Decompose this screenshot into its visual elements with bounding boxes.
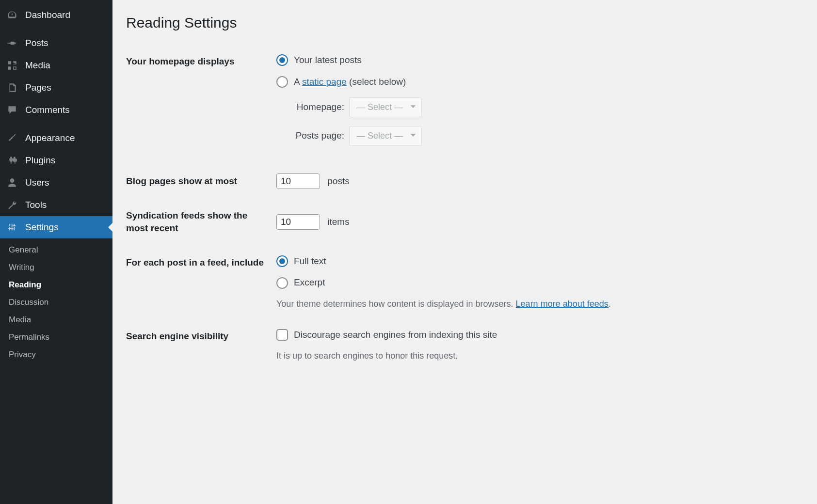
sidebar-item-settings[interactable]: Settings	[0, 216, 112, 238]
radio-latest-posts-label: Your latest posts	[294, 53, 362, 67]
sidebar-item-posts[interactable]: Posts	[0, 32, 112, 54]
checkbox-discourage[interactable]	[276, 329, 288, 341]
pin-icon	[7, 38, 20, 48]
main-content: Reading Settings Your homepage displays …	[112, 0, 817, 504]
sidebar-item-comments[interactable]: Comments	[0, 99, 112, 121]
current-menu-arrow-icon	[108, 222, 113, 232]
sidebar-item-tools[interactable]: Tools	[0, 194, 112, 216]
sidebar-item-label: Posts	[25, 38, 48, 48]
page-title: Reading Settings	[126, 15, 803, 31]
settings-form: Your homepage displays Your latest posts…	[126, 45, 803, 371]
feed-description: Your theme determines how content is dis…	[276, 298, 799, 311]
posts-page-select[interactable]: — Select —	[349, 126, 422, 146]
submenu-item-media[interactable]: Media	[0, 311, 112, 329]
sidebar-item-label: Settings	[25, 222, 59, 233]
feed-include-label: For each post in a feed, include	[126, 246, 272, 319]
sidebar-item-label: Tools	[25, 200, 47, 210]
checkbox-discourage-label: Discourage search engines from indexing …	[294, 328, 497, 342]
chevron-down-icon	[410, 101, 417, 114]
submenu-item-reading[interactable]: Reading	[0, 276, 112, 294]
learn-more-feeds-link[interactable]: Learn more about feeds	[516, 299, 609, 309]
sidebar-item-label: Dashboard	[25, 10, 70, 20]
syndication-input[interactable]	[276, 214, 320, 230]
sidebar-item-appearance[interactable]: Appearance	[0, 127, 112, 149]
sidebar-item-label: Pages	[25, 82, 51, 93]
admin-sidebar: Dashboard Posts Media Pages Comments App…	[0, 0, 112, 504]
radio-excerpt[interactable]	[276, 277, 288, 289]
wrench-icon	[7, 200, 20, 210]
sidebar-item-label: Media	[25, 60, 50, 71]
radio-static-page-label: A static page (select below)	[294, 75, 406, 89]
posts-suffix: posts	[327, 176, 349, 186]
submenu-item-general[interactable]: General	[0, 241, 112, 259]
submenu-item-discussion[interactable]: Discussion	[0, 294, 112, 311]
submenu-item-permalinks[interactable]: Permalinks	[0, 329, 112, 346]
radio-full-text-label: Full text	[294, 254, 326, 268]
sidebar-item-label: Comments	[25, 105, 70, 115]
radio-excerpt-label: Excerpt	[294, 276, 325, 290]
settings-submenu: General Writing Reading Discussion Media…	[0, 238, 112, 368]
radio-static-page[interactable]	[276, 76, 288, 88]
search-visibility-description: It is up to search engines to honor this…	[276, 349, 799, 362]
chevron-down-icon	[410, 129, 417, 142]
sidebar-item-dashboard[interactable]: Dashboard	[0, 4, 112, 26]
select-placeholder: — Select —	[356, 129, 403, 142]
select-placeholder: — Select —	[356, 101, 403, 114]
radio-latest-posts[interactable]	[276, 54, 288, 66]
sidebar-item-label: Users	[25, 177, 49, 188]
sidebar-item-plugins[interactable]: Plugins	[0, 149, 112, 172]
sliders-icon	[7, 222, 20, 233]
homepage-displays-label: Your homepage displays	[126, 45, 272, 164]
radio-full-text[interactable]	[276, 255, 288, 267]
homepage-select[interactable]: — Select —	[349, 97, 422, 117]
static-page-link[interactable]: static page	[302, 77, 347, 87]
media-icon	[7, 60, 20, 71]
search-visibility-label: Search engine visibility	[126, 319, 272, 372]
sidebar-item-label: Plugins	[25, 155, 55, 166]
blog-pages-input[interactable]	[276, 173, 320, 189]
plug-icon	[7, 155, 20, 166]
sidebar-item-media[interactable]: Media	[0, 54, 112, 77]
pages-icon	[7, 82, 20, 93]
dashboard-icon	[7, 10, 20, 20]
sidebar-item-users[interactable]: Users	[0, 172, 112, 194]
sidebar-item-pages[interactable]: Pages	[0, 77, 112, 99]
blog-pages-label: Blog pages show at most	[126, 164, 272, 199]
homepage-select-label: Homepage:	[286, 100, 344, 114]
items-suffix: items	[327, 217, 349, 227]
syndication-label: Syndication feeds show the most recent	[126, 199, 272, 246]
submenu-item-privacy[interactable]: Privacy	[0, 346, 112, 363]
posts-page-select-label: Posts page:	[286, 129, 344, 143]
brush-icon	[7, 133, 20, 143]
sidebar-item-label: Appearance	[25, 133, 75, 143]
user-icon	[7, 177, 20, 188]
submenu-item-writing[interactable]: Writing	[0, 259, 112, 276]
comments-icon	[7, 105, 20, 115]
